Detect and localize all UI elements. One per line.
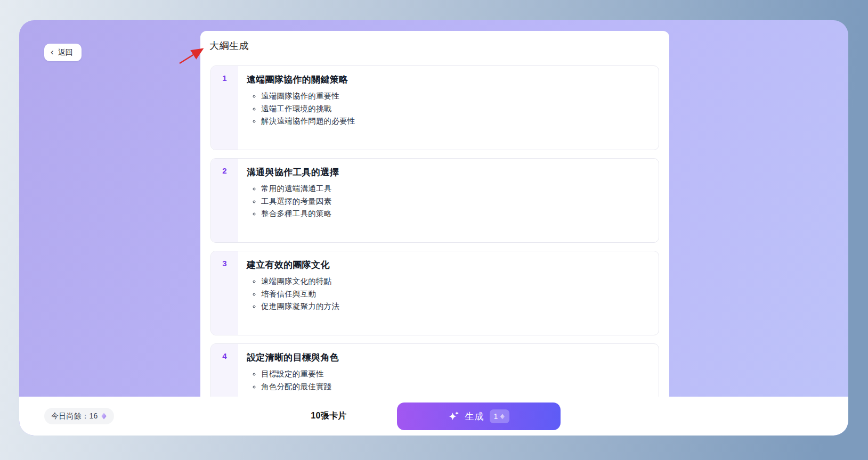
card-bullet: 工具選擇的考量因素: [261, 195, 648, 208]
card-number: 4: [222, 351, 226, 360]
card-bullet: 遠端團隊協作的重要性: [261, 90, 648, 103]
card-number-strip: 3: [211, 251, 238, 335]
diamond-icon: [101, 413, 107, 420]
card-bullet: 常用的遠端溝通工具: [261, 183, 648, 195]
card-bullets: 遠端團隊文化的特點培養信任與互動促進團隊凝聚力的方法: [247, 275, 648, 313]
card-body: 溝通與協作工具的選擇 常用的遠端溝通工具工具選擇的考量因素整合多種工具的策略: [238, 159, 659, 242]
generate-button[interactable]: 生成 1: [397, 402, 561, 430]
card-title: 設定清晰的目標與角色: [247, 351, 648, 365]
card-bullets: 常用的遠端溝通工具工具選擇的考量因素整合多種工具的策略: [247, 183, 648, 220]
card-number-strip: 1: [211, 66, 238, 150]
card-title: 建立有效的團隊文化: [247, 258, 648, 272]
card-count-label: 10張卡片: [305, 397, 353, 436]
page-title: 大綱生成: [209, 41, 669, 51]
card-bullet: 遠端團隊文化的特點: [261, 275, 648, 288]
sparkles-icon: [448, 410, 460, 422]
card-title: 遠端團隊協作的關鍵策略: [247, 73, 648, 87]
card-number: 2: [222, 166, 226, 175]
chevron-left-icon: ‹: [51, 47, 54, 56]
outline-card[interactable]: 1 遠端團隊協作的關鍵策略 遠端團隊協作的重要性遠端工作環境的挑戰解決遠端協作問…: [210, 65, 659, 150]
back-button[interactable]: ‹ 返回: [44, 44, 82, 61]
card-bullet: 角色分配的最佳實踐: [261, 381, 648, 393]
quota-badge: 今日尚餘：16: [44, 408, 114, 424]
outline-card[interactable]: 3 建立有效的團隊文化 遠端團隊文化的特點培養信任與互動促進團隊凝聚力的方法: [210, 251, 659, 335]
card-bullet: 促進團隊凝聚力的方法: [261, 300, 648, 313]
card-bullets: 目標設定的重要性角色分配的最佳實踐: [247, 368, 648, 393]
quota-label: 今日尚餘：16: [51, 412, 98, 421]
diamond-icon: [500, 414, 505, 420]
bottom-bar: 今日尚餘：16 10張卡片 生成 1: [19, 397, 848, 436]
card-bullet: 解決遠端協作問題的必要性: [261, 115, 648, 128]
card-title: 溝通與協作工具的選擇: [247, 166, 648, 179]
outline-card[interactable]: 2 溝通與協作工具的選擇 常用的遠端溝通工具工具選擇的考量因素整合多種工具的策略: [210, 158, 659, 243]
card-bullet: 遠端工作環境的挑戰: [261, 103, 648, 116]
card-bullet: 目標設定的重要性: [261, 368, 648, 381]
card-number: 1: [222, 73, 226, 83]
card-bullet: 培養信任與互動: [261, 288, 648, 301]
card-body: 建立有效的團隊文化 遠端團隊文化的特點培養信任與互動促進團隊凝聚力的方法: [238, 251, 659, 335]
card-number-strip: 2: [211, 159, 238, 242]
generate-cost-value: 1: [494, 412, 499, 421]
outline-card-list: 1 遠端團隊協作的關鍵策略 遠端團隊協作的重要性遠端工作環境的挑戰解決遠端協作問…: [210, 65, 659, 428]
card-body: 遠端團隊協作的關鍵策略 遠端團隊協作的重要性遠端工作環境的挑戰解決遠端協作問題的…: [238, 66, 659, 150]
generate-cost-pill: 1: [490, 409, 510, 423]
back-button-label: 返回: [58, 48, 73, 58]
card-bullets: 遠端團隊協作的重要性遠端工作環境的挑戰解決遠端協作問題的必要性: [247, 90, 648, 128]
outline-panel: 大綱生成 1 遠端團隊協作的關鍵策略 遠端團隊協作的重要性遠端工作環境的挑戰解決…: [200, 31, 669, 436]
card-bullet: 整合多種工具的策略: [261, 208, 648, 220]
main-container: ‹ 返回 大綱生成 1 遠端團隊協作的關鍵策略 遠端團隊協作的重要性遠端工作環境…: [19, 20, 848, 436]
generate-button-label: 生成: [465, 410, 484, 423]
card-number: 3: [222, 259, 226, 268]
